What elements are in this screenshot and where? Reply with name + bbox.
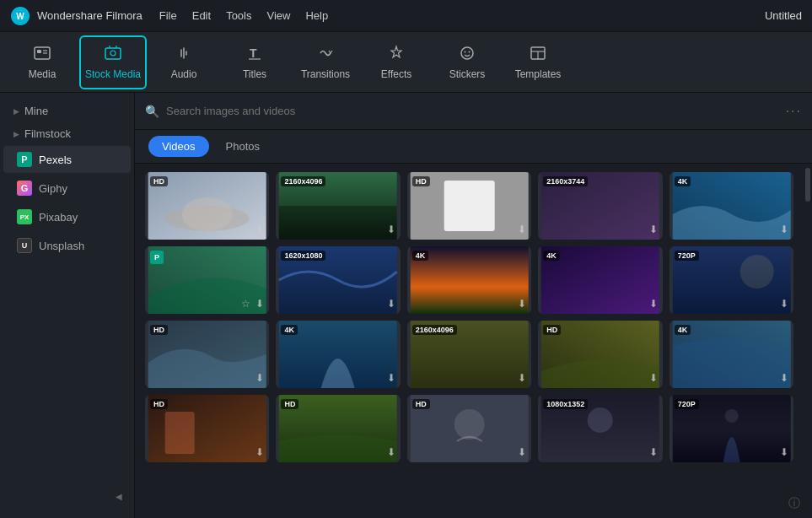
video-thumb[interactable]: 4K ⬇ [538, 246, 662, 314]
download-icon[interactable]: ⬇ [649, 224, 658, 235]
menu-edit[interactable]: Edit [192, 9, 211, 22]
video-thumb[interactable]: HD ⬇ [145, 172, 269, 240]
tool-effects[interactable]: Effects [363, 35, 430, 89]
video-thumb[interactable]: 2160x3744 ⬇ [538, 172, 662, 240]
sidebar-section-filmstock[interactable]: ▶ Filmstock [0, 122, 134, 145]
video-thumb[interactable]: 4K ⬇ [407, 246, 531, 314]
scrollbar-track[interactable] [804, 164, 812, 518]
video-thumb[interactable]: 720P ⬇ [669, 395, 793, 462]
effects-icon [387, 44, 406, 65]
menu-view[interactable]: View [266, 9, 290, 22]
download-icon[interactable]: ⬇ [649, 372, 658, 384]
tool-templates[interactable]: Templates [504, 35, 572, 89]
svg-point-10 [461, 47, 473, 59]
giphy-icon: G [17, 181, 32, 196]
titles-icon: T [245, 44, 264, 65]
sidebar-item-pexels[interactable]: P Pexels [3, 146, 131, 173]
download-icon[interactable]: ⬇ [255, 372, 264, 384]
thumb-label: HD [150, 399, 168, 409]
download-icon[interactable]: ⬇ [518, 446, 526, 458]
menu-tools[interactable]: Tools [226, 9, 251, 22]
video-thumb[interactable]: HD ⬇ [276, 395, 400, 462]
sidebar-filmstock-label: Filmstock [24, 127, 71, 140]
download-icon[interactable]: ⬇ [780, 446, 788, 458]
tool-media[interactable]: Media [8, 35, 76, 89]
menu-help[interactable]: Help [305, 9, 328, 22]
thumb-label: 1080x1352 [543, 399, 588, 409]
download-icon[interactable]: ⬇ [518, 298, 526, 310]
thumb-label: HD [281, 399, 298, 409]
tab-videos-label: Videos [162, 140, 196, 153]
download-icon[interactable]: ⬇ [518, 224, 526, 235]
tool-stock-media[interactable]: Stock Media [79, 35, 147, 89]
video-thumb[interactable]: HD ⬇ [145, 395, 269, 462]
video-thumb[interactable]: P ☆ ⬇ [145, 246, 269, 314]
video-thumb[interactable]: 1080x1352 ⬇ [538, 395, 662, 462]
download-icon[interactable]: ⬇ [387, 446, 395, 458]
project-title: Untitled [765, 9, 802, 22]
thumb-label: 2160x4096 [412, 325, 457, 335]
download-icon[interactable]: ⬇ [387, 372, 395, 384]
unsplash-label: Unsplash [39, 240, 84, 252]
video-thumb[interactable]: 720P ⬇ [669, 246, 793, 314]
download-icon[interactable]: ⬇ [649, 446, 658, 458]
svg-point-18 [182, 197, 233, 231]
tool-titles[interactable]: T Titles [221, 35, 288, 89]
stock-media-icon [104, 44, 122, 65]
search-icon: 🔍 [145, 105, 159, 118]
sidebar-item-unsplash[interactable]: U Unsplash [3, 232, 131, 259]
download-icon[interactable]: ⬇ [518, 372, 526, 384]
tool-transitions[interactable]: Transitions [292, 35, 359, 89]
tool-stickers[interactable]: Stickers [433, 35, 501, 89]
sidebar-item-giphy[interactable]: G Giphy [3, 175, 131, 202]
tab-photos[interactable]: Photos [212, 136, 273, 157]
video-thumb[interactable]: 2160x4096 ⬇ [407, 321, 531, 388]
sidebar-item-pixabay[interactable]: PX Pixabay [3, 203, 131, 230]
unsplash-icon: U [17, 238, 32, 253]
video-thumb[interactable]: 4K ⬇ [669, 172, 793, 240]
grid-row: HD ⬇ 4K ⬇ 2160x4096 ⬇ H [145, 321, 793, 388]
scrollbar-thumb[interactable] [805, 168, 810, 202]
collapse-sidebar-button[interactable]: ◀ [110, 488, 127, 505]
templates-icon [529, 44, 547, 65]
download-icon[interactable]: ⬇ [780, 224, 788, 235]
download-icon[interactable]: ⬇ [780, 372, 788, 384]
effects-label: Effects [381, 68, 411, 80]
more-options-icon[interactable]: ··· [786, 104, 802, 119]
download-icon[interactable]: ⬇ [387, 224, 395, 235]
star-icon[interactable]: ☆ [241, 298, 250, 310]
thumb-label: 720P [675, 399, 699, 409]
video-thumb[interactable]: HD ⬇ [407, 172, 531, 240]
pexels-badge: P [150, 251, 164, 264]
search-input[interactable] [166, 105, 779, 117]
video-thumb[interactable]: 2160x4096 ⬇ [276, 172, 400, 240]
pexels-label: Pexels [39, 154, 72, 166]
download-icon[interactable]: ⬇ [255, 224, 264, 235]
download-icon[interactable]: ⬇ [387, 298, 395, 310]
tool-audio[interactable]: Audio [150, 35, 218, 89]
sidebar-section-mine[interactable]: ▶ Mine [0, 100, 134, 122]
thumb-label: 4K [543, 251, 560, 261]
download-icon[interactable]: ⬇ [780, 298, 788, 310]
thumb-label: 1620x1080 [281, 251, 325, 261]
download-icon[interactable]: ⬇ [649, 298, 658, 310]
menu-file[interactable]: File [159, 9, 177, 22]
tab-videos[interactable]: Videos [148, 136, 209, 157]
video-thumb[interactable]: HD ⬇ [538, 321, 662, 388]
stickers-icon [458, 44, 476, 65]
download-icon[interactable]: ⬇ [255, 446, 264, 458]
audio-label: Audio [171, 68, 197, 80]
video-thumb[interactable]: HD ⬇ [407, 395, 531, 462]
info-button[interactable]: ⓘ [788, 496, 800, 511]
giphy-label: Giphy [39, 182, 67, 195]
video-thumb[interactable]: 4K ⬇ [669, 321, 793, 388]
download-icon[interactable]: ⬇ [255, 298, 264, 310]
video-thumb[interactable]: 4K ⬇ [276, 321, 400, 388]
thumb-label: 4K [675, 325, 691, 335]
tab-photos-label: Photos [226, 140, 260, 153]
app-name: Wondershare Filmora [37, 9, 143, 22]
video-thumb[interactable]: HD ⬇ [145, 321, 269, 388]
svg-point-42 [588, 407, 613, 433]
titles-label: Titles [243, 68, 266, 80]
video-thumb[interactable]: 1620x1080 ⬇ [276, 246, 400, 314]
